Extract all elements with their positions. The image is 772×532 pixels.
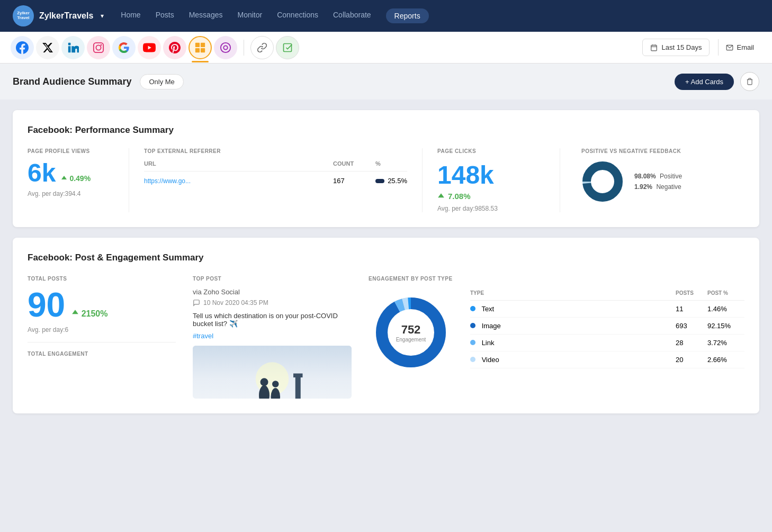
nav-posts[interactable]: Posts: [156, 8, 174, 23]
arrow-up-clicks-icon: [437, 193, 445, 200]
page-clicks-label: PAGE CLICKS: [437, 148, 545, 154]
calendar-icon: [650, 44, 658, 51]
ref-bar: [375, 179, 384, 183]
tab-youtube[interactable]: [138, 36, 161, 59]
email-label: Email: [737, 43, 754, 51]
svg-point-25: [261, 378, 268, 386]
positive-feedback: 98.08% Positive: [634, 173, 682, 180]
svg-rect-2: [94, 42, 103, 52]
engagement-type-table: TYPE POSTS POST % Text 11 1.46%: [470, 290, 744, 368]
svg-point-20: [587, 166, 618, 197]
nav-collaborate[interactable]: Collaborate: [333, 8, 371, 23]
tab-zoho-social[interactable]: [188, 36, 212, 59]
add-cards-button[interactable]: + Add Cards: [675, 74, 734, 90]
page-profile-views-section: PAGE PROFILE VIEWS 6k 0.49% Avg. per day…: [28, 148, 129, 212]
page-profile-views-value: 6k: [28, 160, 56, 186]
feedback-section: POSITIVE VS NEGATIVE FEEDBACK 98.0: [575, 148, 744, 212]
message-icon: [193, 299, 200, 306]
email-icon: [726, 44, 733, 51]
ref-col-url: URL: [144, 160, 333, 167]
nav-home[interactable]: Home: [121, 8, 140, 23]
nav-items: Home Posts Messages Monitor Connections …: [121, 8, 759, 23]
svg-rect-29: [293, 374, 303, 378]
svg-rect-6: [201, 42, 205, 47]
engagement-donut-value: 752: [396, 323, 426, 337]
top-post-text: Tell us which destination is on your pos…: [193, 312, 352, 328]
nav-monitor[interactable]: Monitor: [237, 8, 262, 23]
svg-point-3: [96, 45, 101, 50]
tab-facebook[interactable]: [11, 36, 34, 59]
col-post-pct: POST %: [707, 290, 744, 296]
table-row: Image 693 92.15%: [470, 318, 744, 335]
brand-chevron-icon: ▾: [101, 12, 104, 20]
ref-url[interactable]: https://www.go...: [144, 177, 333, 185]
tab-chain-link[interactable]: [250, 36, 274, 59]
ref-count: 167: [333, 177, 375, 185]
top-post-image: [193, 346, 352, 399]
total-posts-change: 2150%: [71, 309, 107, 319]
arrow-up-icon: [61, 175, 67, 182]
nav-brand[interactable]: ZylkerTravel ZylkerTravels ▾: [13, 5, 104, 26]
tab-instagram[interactable]: [87, 36, 110, 59]
link-dot: [470, 340, 475, 345]
top-post-hashtag: #travel: [193, 332, 213, 340]
tab-google[interactable]: [112, 36, 136, 59]
tab-pinterest[interactable]: [163, 36, 186, 59]
text-posts: 11: [676, 305, 707, 313]
feedback-content: 98.08% Positive 1.92% Negative: [581, 160, 744, 203]
tab-green-app[interactable]: [276, 36, 299, 59]
perf-card-title: Facebook: Performance Summary: [28, 125, 744, 136]
trash-icon: [746, 78, 753, 85]
page-clicks-section: PAGE CLICKS 148k 7.08% Avg. per day:9858…: [437, 148, 560, 212]
page-profile-views-label: PAGE PROFILE VIEWS: [28, 148, 114, 154]
delete-button[interactable]: [740, 72, 759, 91]
brand-logo: ZylkerTravel: [13, 5, 34, 26]
main-content: Facebook: Performance Summary PAGE PROFI…: [0, 100, 772, 424]
type-video: Video: [470, 356, 676, 364]
type-link: Link: [470, 339, 676, 347]
arrow-up-posts-icon: [71, 309, 79, 317]
link-pct: 3.72%: [707, 339, 744, 347]
tab-purple-app[interactable]: [214, 36, 237, 59]
main-nav: ZylkerTravel ZylkerTravels ▾ Home Posts …: [0, 0, 772, 32]
negative-feedback: 1.92% Negative: [634, 183, 682, 191]
engagement-donut-center: 752 Engagement: [396, 323, 426, 342]
engagement-donut-wrap: 752 Engagement TYPE POSTS POST %: [369, 290, 744, 375]
referrer-table-header: URL COUNT %: [144, 160, 407, 172]
engagement-type-label: ENGAGEMENT BY POST TYPE: [369, 276, 744, 282]
svg-point-9: [221, 42, 230, 52]
nav-messages[interactable]: Messages: [189, 8, 223, 23]
video-pct: 2.66%: [707, 356, 744, 364]
page-clicks-avg: Avg. per day:9858.53: [437, 205, 545, 212]
feedback-label: POSITIVE VS NEGATIVE FEEDBACK: [581, 148, 744, 154]
engagement-table-header: TYPE POSTS POST %: [470, 290, 744, 301]
tab-linkedin[interactable]: [61, 36, 85, 59]
nav-connections[interactable]: Connections: [277, 8, 318, 23]
svg-marker-18: [438, 193, 444, 197]
top-post-datetime: 10 Nov 2020 04:35 PM: [203, 299, 268, 306]
page-profile-views-change: 0.49%: [61, 174, 91, 183]
top-external-referrer-section: TOP EXTERNAL REFERRER URL COUNT % https:…: [144, 148, 423, 212]
total-posts-avg: Avg. per day:6: [28, 326, 176, 333]
nav-reports[interactable]: Reports: [386, 8, 429, 23]
svg-rect-12: [651, 45, 657, 51]
tab-twitter[interactable]: [36, 36, 59, 59]
text-dot: [470, 306, 475, 311]
total-posts-value: 90: [28, 288, 65, 322]
svg-marker-21: [72, 310, 78, 314]
engagement-by-post-type-section: ENGAGEMENT BY POST TYPE: [369, 276, 744, 399]
page-profile-views-avg: Avg. per day:394.4: [28, 190, 114, 197]
svg-marker-17: [61, 176, 67, 179]
link-posts: 28: [676, 339, 707, 347]
feedback-donut: [581, 160, 624, 203]
email-button[interactable]: Email: [718, 39, 761, 56]
total-posts-label: TOTAL POSTS: [28, 276, 176, 282]
table-row: https://www.go... 167 25.5%: [144, 172, 407, 190]
date-filter-button[interactable]: Last 15 Days: [642, 39, 710, 56]
svg-point-10: [223, 46, 227, 49]
tabs-right-controls: Last 15 Days Email: [642, 39, 761, 56]
visibility-badge[interactable]: Only Me: [140, 74, 183, 89]
table-row: Text 11 1.46%: [470, 301, 744, 318]
page-header-left: Brand Audience Summary Only Me: [13, 74, 184, 89]
top-post-time: 10 Nov 2020 04:35 PM: [193, 299, 352, 306]
